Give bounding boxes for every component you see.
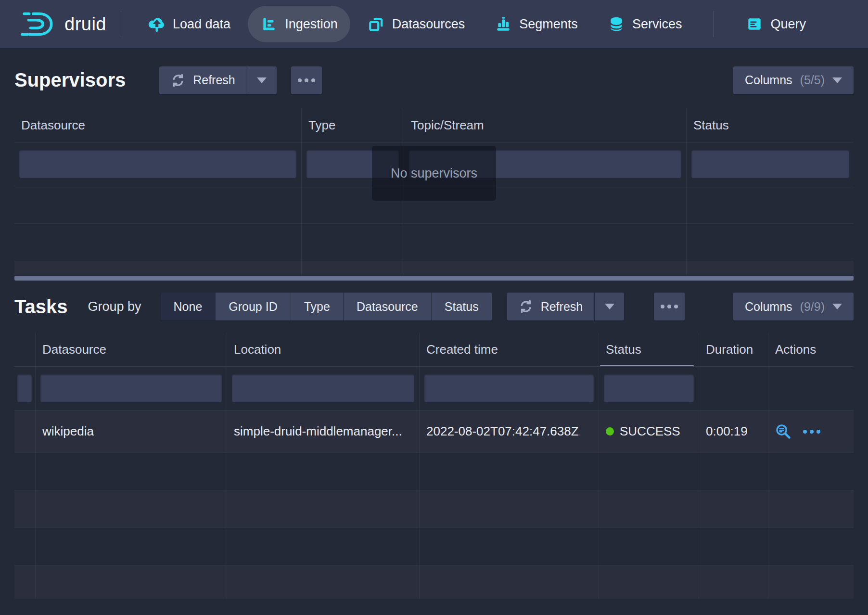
nav-divider bbox=[121, 11, 121, 37]
refresh-icon bbox=[519, 299, 533, 314]
empty-message: No supervisors bbox=[391, 166, 477, 181]
column-header-status[interactable]: Status bbox=[599, 333, 699, 366]
view-details-magnifier-icon[interactable] bbox=[775, 423, 791, 440]
task-row: wikipedia simple-druid-middlemanager... … bbox=[14, 410, 854, 452]
column-header-duration[interactable]: Duration bbox=[699, 333, 768, 366]
column-header-status[interactable]: Status bbox=[687, 108, 854, 142]
more-icon bbox=[298, 78, 302, 82]
column-header-datasource[interactable]: Datasource bbox=[36, 333, 227, 366]
caret-down-icon bbox=[605, 304, 614, 309]
supervisors-more-button[interactable] bbox=[291, 66, 322, 94]
supervisors-columns-button[interactable]: Columns (5/5) bbox=[733, 66, 854, 94]
columns-count: (5/5) bbox=[800, 73, 825, 87]
column-header-type[interactable]: Type bbox=[302, 108, 404, 142]
columns-label: Columns bbox=[745, 300, 792, 314]
column-header-topic-stream[interactable]: Topic/Stream bbox=[404, 108, 687, 142]
group-by-none-button[interactable]: None bbox=[161, 293, 216, 320]
empty-row bbox=[14, 261, 854, 276]
group-by-type-button[interactable]: Type bbox=[291, 293, 343, 320]
column-header-location[interactable]: Location bbox=[227, 333, 420, 366]
segments-icon bbox=[495, 15, 512, 33]
tasks-refresh-button[interactable]: Refresh bbox=[507, 293, 595, 320]
tasks-columns-button[interactable]: Columns (9/9) bbox=[733, 293, 854, 320]
task-actions bbox=[768, 410, 854, 452]
supervisors-table: Datasource Type Topic/Stream Status No s… bbox=[14, 108, 854, 281]
more-icon bbox=[661, 305, 664, 308]
ingestion-icon bbox=[260, 15, 278, 33]
no-supervisors-overlay: No supervisors bbox=[372, 146, 496, 201]
tasks-more-button[interactable] bbox=[654, 293, 685, 320]
group-by-group-id-button[interactable]: Group ID bbox=[215, 293, 290, 320]
brand-name: druid bbox=[64, 14, 106, 35]
datasources-icon bbox=[368, 15, 385, 33]
nav-item-query[interactable]: Query bbox=[733, 6, 818, 42]
empty-row bbox=[14, 452, 854, 490]
druid-logo-icon bbox=[19, 10, 57, 38]
nav-label: Query bbox=[770, 17, 806, 32]
caret-down-icon bbox=[257, 77, 267, 83]
query-icon bbox=[746, 15, 763, 33]
status-success-dot bbox=[606, 427, 614, 436]
blank-filter-input[interactable] bbox=[17, 374, 32, 402]
group-by-datasource-button[interactable]: Datasource bbox=[343, 293, 431, 320]
top-nav: druid Load data Ingesti bbox=[0, 0, 868, 48]
caret-down-icon bbox=[832, 304, 842, 309]
status-filter-input[interactable] bbox=[604, 374, 694, 402]
column-header-datasource[interactable]: Datasource bbox=[14, 108, 302, 142]
column-header-actions[interactable]: Actions bbox=[768, 333, 854, 366]
group-by-status-button[interactable]: Status bbox=[431, 293, 492, 320]
empty-row bbox=[14, 223, 854, 261]
nav-divider bbox=[714, 11, 714, 37]
task-created-time: 2022-08-02T07:42:47.638Z bbox=[420, 410, 599, 452]
empty-row bbox=[14, 565, 854, 599]
tasks-title: Tasks bbox=[14, 296, 67, 318]
nav-item-ingestion[interactable]: Ingestion bbox=[248, 6, 350, 42]
datasource-filter-input[interactable] bbox=[19, 150, 296, 178]
column-header-blank bbox=[14, 333, 36, 366]
task-location: simple-druid-middlemanager... bbox=[227, 410, 420, 452]
supervisors-refresh-button[interactable]: Refresh bbox=[159, 66, 247, 94]
refresh-label: Refresh bbox=[193, 73, 235, 87]
tasks-refresh-dropdown[interactable] bbox=[594, 293, 624, 320]
row-more-actions-icon[interactable] bbox=[803, 430, 820, 434]
upload-cloud-icon bbox=[148, 15, 166, 33]
nav-label: Services bbox=[632, 17, 682, 32]
task-status: SUCCESS bbox=[599, 410, 699, 452]
refresh-icon bbox=[171, 73, 185, 88]
nav-label: Load data bbox=[173, 17, 230, 32]
status-filter-input[interactable] bbox=[691, 150, 849, 178]
created-time-filter-input[interactable] bbox=[424, 374, 594, 402]
nav-item-load-data[interactable]: Load data bbox=[136, 6, 243, 42]
columns-count: (9/9) bbox=[800, 300, 825, 314]
nav-label: Ingestion bbox=[285, 17, 338, 32]
columns-label: Columns bbox=[745, 73, 792, 87]
location-filter-input[interactable] bbox=[232, 374, 414, 402]
nav-item-datasources[interactable]: Datasources bbox=[355, 6, 478, 42]
supervisors-title: Supervisors bbox=[14, 69, 126, 91]
refresh-label: Refresh bbox=[541, 300, 583, 314]
datasource-filter-input[interactable] bbox=[40, 374, 222, 402]
empty-row bbox=[14, 527, 854, 565]
column-header-created-time[interactable]: Created time bbox=[420, 333, 599, 366]
nav-item-segments[interactable]: Segments bbox=[482, 6, 590, 42]
services-database-icon bbox=[608, 15, 625, 33]
task-datasource: wikipedia bbox=[36, 410, 227, 452]
horizontal-scrollbar[interactable] bbox=[14, 276, 854, 281]
nav-item-services[interactable]: Services bbox=[595, 6, 695, 42]
supervisors-refresh-dropdown[interactable] bbox=[247, 66, 277, 94]
task-duration: 0:00:19 bbox=[699, 410, 768, 452]
tasks-table: Datasource Location Created time Status … bbox=[14, 333, 854, 599]
caret-down-icon bbox=[832, 77, 842, 83]
nav-label: Segments bbox=[519, 17, 578, 32]
nav-label: Datasources bbox=[392, 17, 465, 32]
empty-row bbox=[14, 490, 854, 527]
druid-brand[interactable]: druid bbox=[19, 10, 106, 38]
group-by-label: Group by bbox=[88, 299, 141, 314]
group-by-segmented-control: None Group ID Type Datasource Status bbox=[161, 293, 492, 320]
